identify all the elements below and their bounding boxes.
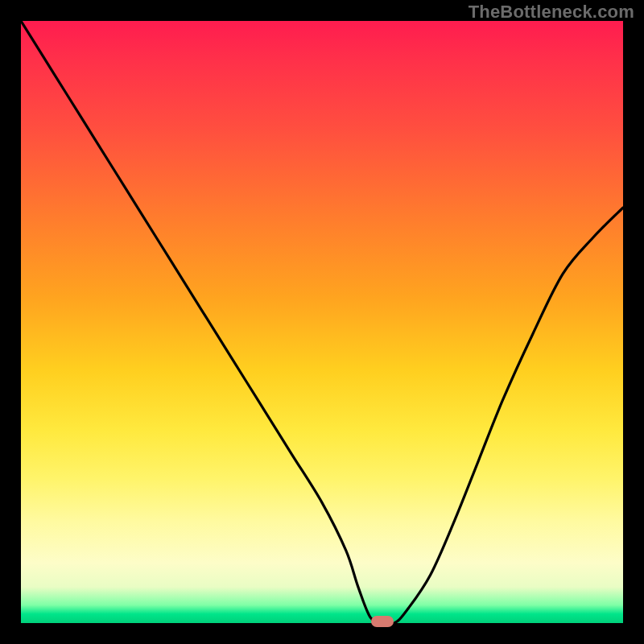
bottleneck-curve — [21, 21, 623, 623]
plot-area — [21, 21, 623, 623]
optimal-point-marker — [371, 616, 394, 627]
chart-frame: TheBottleneck.com — [0, 0, 644, 644]
watermark-text: TheBottleneck.com — [469, 2, 634, 23]
